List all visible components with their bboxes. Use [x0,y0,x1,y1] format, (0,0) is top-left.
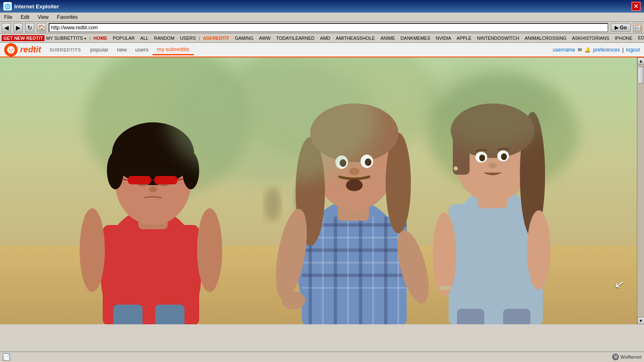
menu-file[interactable]: File [2,13,15,21]
svg-rect-28 [113,305,143,324]
svg-point-54 [365,158,371,166]
pipe-separator: | [88,36,92,41]
edit-button[interactable]: EDIT▾ [636,35,644,41]
preferences-link[interactable]: preferences [593,47,620,53]
subredtits-label: SUBREDTITS [49,47,81,52]
nav-random[interactable]: RANDOM [152,35,176,41]
svg-rect-15 [112,150,194,173]
svg-rect-76 [457,309,484,324]
nav-dankmemes[interactable]: DANKMEMES [399,35,432,41]
page-icon: 📄 [3,353,10,361]
svg-point-26 [80,208,105,292]
content-area: ↙ ▲ ▼ [0,57,644,324]
subnav-users[interactable]: users [131,45,153,54]
svg-point-72 [454,166,458,171]
nav-gaming[interactable]: GAMING [233,35,255,41]
svg-point-0 [7,46,15,54]
scrollbar-right: ▲ ▼ [637,57,644,324]
status-left: 📄 [3,353,10,361]
go-label: Go [620,25,627,31]
windows-icon: 🪟 [633,23,642,32]
svg-point-74 [527,210,551,290]
svg-point-70 [501,153,507,160]
svg-point-2 [12,49,13,50]
wolfternet-status: 🐺 Wolfternet [612,354,641,360]
scroll-track[interactable] [637,65,644,317]
subnav-new[interactable]: new [113,45,131,54]
menu-view[interactable]: View [35,13,51,21]
back-button[interactable]: ◀ [2,23,11,32]
my-subrettits-dropdown[interactable]: MY SUBRETTITS ▾ [44,35,88,41]
wolfternet-icon: 🐺 [612,354,619,360]
nav-home[interactable]: HOME [92,35,109,41]
bg-blur-1 [168,57,377,183]
meme-image: ↙ [0,57,637,324]
subnav-popular[interactable]: popular [86,45,112,54]
bg-blur-2 [427,66,553,150]
status-bar: 📄 🐺 Wolfternet [0,352,644,362]
username-link[interactable]: username [553,47,575,53]
reddit-title: redtit [20,45,41,54]
window-title: Internet Exploiter [14,3,59,10]
user-area: username ✉ 🔔 preferences | logout [553,47,640,53]
pipe-separator: | [622,47,623,53]
svg-rect-20 [128,176,151,184]
nav-amitheasshole[interactable]: AMITHEASSHOLE [334,35,377,41]
refresh-button[interactable]: ↻ [25,23,34,32]
nav-askhistorians[interactable]: ASKHISTORIANS [570,35,611,41]
logout-link[interactable]: logout [626,47,640,53]
svg-point-73 [433,212,456,296]
svg-point-55 [346,179,363,191]
nav-iphone[interactable]: IPHONE [613,35,634,41]
menu-edit[interactable]: Edit [18,13,32,21]
svg-point-16 [107,152,124,189]
main-content: ↙ [0,57,637,324]
close-button[interactable]: ✕ [631,2,641,11]
svg-rect-77 [503,309,530,324]
address-input[interactable] [49,23,608,32]
svg-point-59 [282,291,305,310]
nav-todayilearned[interactable]: TODAYILEARNED [274,35,316,41]
scroll-up-button[interactable]: ▲ [637,57,644,65]
title-bar: 🌐 Internet Exploiter ✕ [0,0,644,13]
browser-icon: 🌐 [3,2,12,10]
subnav-my-subredtits[interactable]: my subredtits [153,44,193,55]
svg-point-8 [264,187,281,221]
nav-amd[interactable]: AMD [318,35,332,41]
nav-apple[interactable]: APPLE [455,35,473,41]
nav-animalcrossing[interactable]: ANIMALCROSSING [523,35,569,41]
scroll-thumb[interactable] [638,67,644,83]
svg-point-69 [479,155,485,161]
bell-icon[interactable]: 🔔 [584,47,591,53]
svg-rect-75 [439,286,451,290]
svg-point-25 [149,186,157,192]
nav-askredtit[interactable]: ASKREDTIT [201,35,231,41]
svg-point-27 [197,208,222,292]
wolfternet-label: Wolfternet [621,354,641,359]
go-arrow: ▶ [615,25,618,31]
nav-anime[interactable]: ANIME [379,35,397,41]
forward-button[interactable]: ▶ [13,23,23,32]
mail-icon[interactable]: ✉ [578,47,582,53]
menu-favorites[interactable]: Favorites [55,13,80,21]
home-button[interactable]: 🏠 [37,23,46,32]
svg-rect-29 [155,305,184,324]
get-new-redtit[interactable]: GET NEW REDTIT [2,35,44,41]
address-bar: ◀ ▶ ↻ 🏠 ▶ Go 🪟 [0,22,644,34]
go-button[interactable]: ▶ Go [611,23,631,32]
favorites-bar: GET NEW REDTIT MY SUBRETTITS ▾ | HOME · … [0,34,644,43]
reddit-logo[interactable]: redtit [4,43,41,57]
subreddit-nav: redtit SUBREDTITS popular new users my s… [0,43,644,57]
nav-users[interactable]: USERS [178,35,197,41]
nav-popular[interactable]: POPULAR [111,35,137,41]
nav-all[interactable]: ALL [139,35,151,41]
scroll-down-button[interactable]: ▼ [637,317,644,324]
menu-bar: File Edit View Favorites [0,13,644,22]
nav-nintendoswitch[interactable]: NINTENDOSWITCH [475,35,521,41]
svg-rect-21 [154,176,177,184]
reddit-alien-icon [4,43,18,57]
nav-aww[interactable]: AWW [257,35,273,41]
svg-point-71 [488,163,497,168]
nav-nvidia[interactable]: NVIDIA [434,35,453,41]
title-bar-left: 🌐 Internet Exploiter [3,2,59,10]
